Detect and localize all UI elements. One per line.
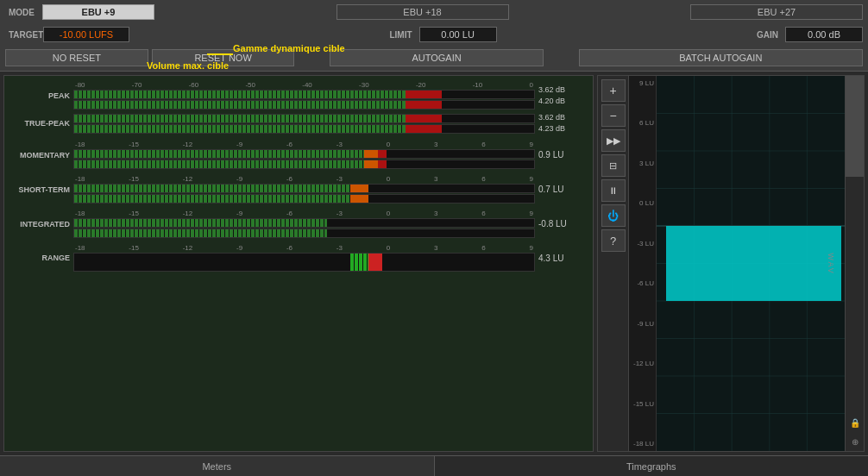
integrated-bar-ch1 xyxy=(73,218,535,228)
true-peak-bar-ch2 xyxy=(73,124,535,134)
limit-label: LIMIT xyxy=(386,30,415,40)
short-term-scale: -18-15-12-9-6-30369 xyxy=(73,175,535,183)
tg-question-button[interactable]: ? xyxy=(601,229,626,252)
mode-row: MODE EBU +9 EBU +18 EBU +27 xyxy=(5,2,863,22)
target-field[interactable]: -10.00 LUFS xyxy=(43,27,129,42)
range-scale: -18-15-12-9-6-30369 xyxy=(73,244,535,252)
integrated-bars: -18-15-12-9-6-30369 xyxy=(73,210,535,238)
short-term-label: SHORT-TERM xyxy=(11,185,70,194)
integrated-value: -0.8 LU xyxy=(538,219,586,229)
tg-forward-button[interactable]: ▶▶ xyxy=(601,129,626,152)
target-row: TARGET -10.00 LUFS LIMIT 0.00 LU GAIN 0.… xyxy=(5,24,863,45)
tg-content: + − ▶▶ ⊟ ⏸ ⏻ ? 9 LU 6 LU xyxy=(598,76,864,451)
tg-plot-area: 9 LU 6 LU 3 LU 0 LU -3 LU -6 LU -9 LU -1… xyxy=(629,76,864,451)
true-peak-section: TRUE-PEAK 3.62 dB 4.23 dB xyxy=(11,112,586,135)
mode-ebu27-button[interactable]: EBU +27 xyxy=(690,4,863,20)
short-term-bars: -18-15-12-9-6-30369 xyxy=(73,175,535,204)
timegraphs-panel: + − ▶▶ ⊟ ⏸ ⏻ ? 9 LU 6 LU xyxy=(597,75,865,452)
momentary-bars: -18-15-12-9-6-30369 xyxy=(73,141,535,169)
tg-cyan-bar xyxy=(666,226,841,301)
tg-pause-button[interactable]: ⏸ xyxy=(601,179,626,202)
batch-autogain-button[interactable]: BATCH AUTOGAIN xyxy=(579,49,863,66)
range-bars: -18-15-12-9-6-30369 xyxy=(73,244,535,272)
range-bar xyxy=(73,253,535,272)
gain-label: GAIN xyxy=(753,30,782,40)
top-bar: MODE EBU +9 EBU +18 EBU +27 TARGET -10.0… xyxy=(0,0,868,72)
tg-y-axis: 9 LU 6 LU 3 LU 0 LU -3 LU -6 LU -9 LU -1… xyxy=(629,76,657,451)
integrated-scale: -18-15-12-9-6-30369 xyxy=(73,210,535,217)
zoom-icon[interactable]: ⊕ xyxy=(845,432,864,451)
momentary-bar-ch2 xyxy=(73,160,535,169)
tg-scrollbar[interactable] xyxy=(845,76,864,413)
tg-plus-button[interactable]: + xyxy=(601,79,626,102)
lock-icon[interactable]: 🔒 xyxy=(845,413,864,432)
autogain-button[interactable]: AUTOGAIN xyxy=(330,49,544,66)
meters-panel: PEAK -80-70-60-50-40-30-20-100 3. xyxy=(3,75,594,452)
bottom-tabs: Meters Timegraphs xyxy=(0,455,868,476)
action-row: NO RESET RESET NOW AUTOGAIN BATCH AUTOGA… xyxy=(5,47,863,69)
short-term-bar-ch1 xyxy=(73,184,535,193)
peak-values: 3.62 dB 4.20 dB xyxy=(538,85,586,107)
tg-right-side: 🔒 ⊕ xyxy=(845,76,864,451)
true-peak-bar-ch1 xyxy=(73,114,535,123)
app-container: MODE EBU +9 EBU +18 EBU +27 TARGET -10.0… xyxy=(0,0,868,476)
true-peak-bars xyxy=(73,114,535,134)
tg-delete-button[interactable]: ⊟ xyxy=(601,154,626,177)
peak-label: PEAK xyxy=(11,91,70,100)
tg-power-button[interactable]: ⏻ xyxy=(601,204,626,227)
mode-ebu18-button[interactable]: EBU +18 xyxy=(337,4,509,20)
peak-bars: -80-70-60-50-40-30-20-100 xyxy=(73,81,535,110)
momentary-bar-ch1 xyxy=(73,149,535,159)
tg-plot xyxy=(657,76,845,451)
main-area: PEAK -80-70-60-50-40-30-20-100 3. xyxy=(0,72,868,455)
mode-ebu9-button[interactable]: EBU +9 xyxy=(42,4,154,20)
peak-section: PEAK -80-70-60-50-40-30-20-100 3. xyxy=(11,81,586,110)
tab-timegraphs[interactable]: Timegraphs xyxy=(435,456,869,476)
tg-controls-left: + − ▶▶ ⊟ ⏸ ⏻ ? xyxy=(598,76,629,451)
true-peak-values: 3.62 dB 4.23 dB xyxy=(538,112,586,135)
momentary-value: 0.9 LU xyxy=(538,150,586,160)
integrated-label: INTEGRATED xyxy=(11,220,70,229)
short-term-value: 0.7 LU xyxy=(538,185,586,194)
mode-label: MODE xyxy=(5,8,40,17)
integrated-bar-ch2 xyxy=(73,229,535,238)
momentary-scale: -18-15-12-9-6-30369 xyxy=(73,141,535,148)
no-reset-button[interactable]: NO RESET xyxy=(5,49,148,66)
short-term-section: SHORT-TERM -18-15-12-9-6-30369 0.7 LU xyxy=(11,175,586,204)
gain-field[interactable]: 0.00 dB xyxy=(785,27,863,42)
peak-bar-ch2 xyxy=(73,100,535,110)
true-peak-label: TRUE-PEAK xyxy=(11,119,70,128)
momentary-section: MOMENTARY -18-15-12-9-6-30369 xyxy=(11,141,586,169)
peak-bar-ch1 xyxy=(73,90,535,99)
reset-now-button[interactable]: RESET NOW xyxy=(152,49,295,66)
short-term-bar-ch2 xyxy=(73,194,535,204)
tg-graph-area: 9 LU 6 LU 3 LU 0 LU -3 LU -6 LU -9 LU -1… xyxy=(629,76,864,451)
range-label: RANGE xyxy=(11,254,70,262)
range-section: RANGE -18-15-12-9-6-30369 4.3 LU xyxy=(11,244,586,272)
tg-minus-button[interactable]: − xyxy=(601,104,626,127)
limit-field[interactable]: 0.00 LU xyxy=(419,27,497,42)
tab-meters[interactable]: Meters xyxy=(0,456,435,476)
target-label: TARGET xyxy=(5,30,40,40)
range-value: 4.3 LU xyxy=(538,254,586,263)
integrated-section: INTEGRATED -18-15-12-9-6-30369 -0.8 LU xyxy=(11,210,586,238)
peak-scale: -80-70-60-50-40-30-20-100 xyxy=(73,81,535,89)
momentary-label: MOMENTARY xyxy=(11,151,70,160)
